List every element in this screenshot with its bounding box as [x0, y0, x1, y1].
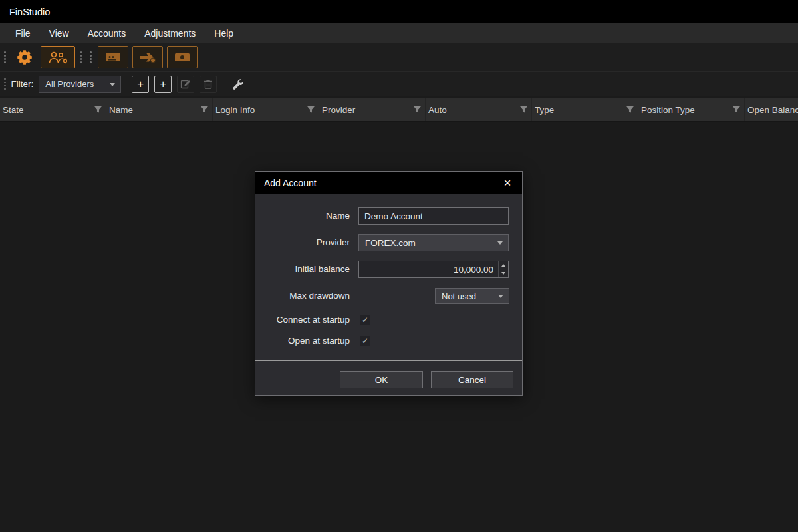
edit-icon: [180, 79, 191, 90]
column-header-name[interactable]: Name: [106, 98, 213, 121]
trash-icon: [203, 79, 213, 89]
spinner-down-icon[interactable]: [501, 272, 505, 275]
initial-balance-field: [358, 261, 509, 278]
delete-account-button[interactable]: [200, 76, 217, 93]
add-account-dialog: Add Account × Name Provider FOREX.com In…: [255, 171, 523, 396]
table-header: State Name Login Info Provider Auto Type…: [0, 98, 798, 122]
column-header-open-balance[interactable]: Open Balance: [745, 98, 798, 121]
filter-label: Filter:: [11, 79, 34, 89]
provider-value: FOREX.com: [365, 238, 416, 248]
filter-funnel-icon[interactable]: [200, 106, 209, 114]
spinner-up-icon[interactable]: [501, 264, 505, 267]
column-label: Name: [109, 105, 133, 115]
accounts-button[interactable]: [41, 46, 75, 68]
provider-filter-value: All Providers: [45, 79, 94, 89]
connect-at-startup-checkbox[interactable]: ✓: [360, 315, 370, 325]
menubar: File View Accounts Adjustments Help: [0, 23, 798, 43]
dialog-body: Name Provider FOREX.com Initial balance …: [255, 194, 522, 395]
add-account-button[interactable]: +: [132, 76, 149, 93]
banknote-icon: [174, 51, 190, 63]
cancel-button[interactable]: Cancel: [431, 371, 513, 388]
provider-dropdown[interactable]: FOREX.com: [358, 234, 509, 251]
name-label: Name: [255, 207, 350, 225]
provider-row: Provider FOREX.com: [255, 234, 522, 251]
column-label: Open Balance: [747, 105, 798, 115]
app-title: FinStudio: [9, 7, 50, 17]
account-settings-button[interactable]: [227, 75, 247, 94]
gear-icon: [16, 49, 33, 66]
balance-spinner[interactable]: [498, 261, 508, 277]
balance-button[interactable]: [167, 46, 198, 68]
open-at-startup-row: Open at startup ✓: [255, 332, 522, 350]
add-copy-account-button[interactable]: +: [154, 76, 172, 93]
menu-item-help[interactable]: Help: [205, 23, 243, 43]
chevron-down-icon: [110, 83, 115, 86]
toolbar-grip[interactable]: [0, 78, 10, 90]
max-drawdown-row: Max drawdown Not used: [255, 287, 522, 305]
chevron-down-icon: [497, 241, 503, 245]
main-toolbar: [0, 43, 798, 71]
checkmark-icon: ✓: [362, 337, 368, 345]
column-label: Type: [535, 105, 554, 115]
toolbar-grip[interactable]: [86, 51, 96, 63]
menu-item-view[interactable]: View: [40, 23, 78, 43]
max-drawdown-value: Not used: [442, 291, 476, 301]
max-drawdown-label: Max drawdown: [255, 287, 350, 305]
column-label: Login Info: [215, 105, 255, 115]
filter-toolbar: Filter: All Providers + +: [0, 71, 798, 96]
dialog-title: Add Account: [264, 178, 317, 188]
menu-item-adjustments[interactable]: Adjustments: [135, 23, 205, 43]
open-at-startup-checkbox[interactable]: ✓: [360, 336, 370, 346]
menu-item-file[interactable]: File: [6, 23, 40, 43]
filter-funnel-icon[interactable]: [307, 106, 315, 114]
checkmark-icon: ✓: [362, 316, 368, 324]
edit-account-button[interactable]: [177, 76, 194, 93]
filter-funnel-icon[interactable]: [732, 106, 741, 114]
toolbar-grip[interactable]: [0, 51, 10, 63]
initial-balance-label: Initial balance: [255, 261, 350, 278]
initial-balance-row: Initial balance: [255, 261, 522, 278]
provider-label: Provider: [255, 234, 350, 251]
column-label: Auto: [428, 105, 447, 115]
account-card-icon: [105, 51, 121, 63]
chevron-down-icon: [498, 295, 503, 298]
column-label: Provider: [322, 105, 355, 115]
dialog-titlebar[interactable]: Add Account ×: [255, 172, 522, 194]
column-header-state[interactable]: State: [0, 98, 106, 121]
plus-icon: +: [160, 78, 166, 90]
max-drawdown-dropdown[interactable]: Not used: [435, 288, 509, 304]
strategy-stop-button[interactable]: [132, 46, 163, 68]
column-header-type[interactable]: Type: [532, 98, 638, 121]
wrench-icon: [231, 78, 243, 90]
column-label: Position Type: [641, 105, 695, 115]
open-at-startup-label: Open at startup: [255, 332, 350, 350]
provider-filter-dropdown[interactable]: All Providers: [39, 76, 121, 93]
plus-icon: +: [137, 78, 144, 90]
connect-at-startup-label: Connect at startup: [255, 311, 350, 329]
dialog-separator: [255, 360, 522, 361]
column-header-login-info[interactable]: Login Info: [213, 98, 319, 121]
connect-at-startup-row: Connect at startup ✓: [255, 311, 522, 329]
filter-funnel-icon[interactable]: [94, 106, 102, 114]
connections-button[interactable]: [98, 46, 128, 68]
close-icon: ×: [503, 176, 511, 190]
dialog-close-button[interactable]: ×: [493, 172, 522, 194]
name-input[interactable]: [358, 207, 509, 225]
accounts-icon: [47, 50, 69, 65]
filter-funnel-icon[interactable]: [413, 106, 422, 114]
initial-balance-input[interactable]: [358, 261, 509, 278]
filter-funnel-icon[interactable]: [626, 106, 634, 114]
column-header-auto[interactable]: Auto: [426, 98, 532, 121]
auto-stop-icon: [139, 51, 156, 63]
filter-funnel-icon[interactable]: [519, 106, 528, 114]
column-header-position-type[interactable]: Position Type: [638, 98, 745, 121]
settings-button[interactable]: [11, 46, 38, 68]
column-label: State: [3, 105, 24, 115]
name-row: Name: [255, 207, 522, 225]
toolbar-grip[interactable]: [76, 51, 86, 63]
column-header-provider[interactable]: Provider: [319, 98, 426, 121]
ok-button[interactable]: OK: [340, 371, 423, 388]
titlebar: FinStudio: [0, 0, 798, 23]
menu-item-accounts[interactable]: Accounts: [78, 23, 136, 43]
